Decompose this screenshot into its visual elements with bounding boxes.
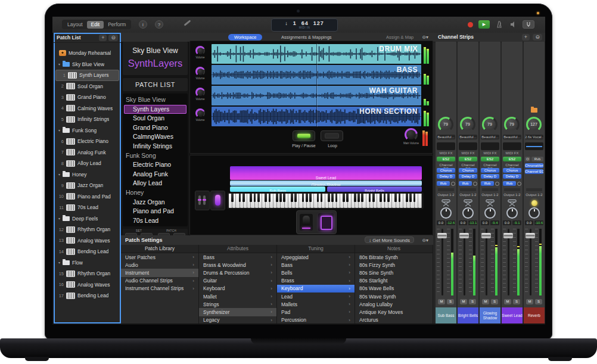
black-key[interactable]: [331, 194, 334, 202]
layout-mode-button[interactable]: Layout: [63, 21, 87, 29]
mod-wheel[interactable]: [215, 195, 220, 206]
drawbar-1[interactable]: [198, 195, 201, 205]
black-key[interactable]: [254, 194, 256, 202]
black-key[interactable]: [279, 194, 282, 202]
library-row-percussion[interactable]: Percussion›: [277, 316, 355, 324]
eq-thumbnail[interactable]: [437, 142, 455, 150]
strip-name[interactable]: Beautiful...: [459, 135, 477, 139]
black-key[interactable]: [346, 194, 349, 202]
black-key[interactable]: [413, 194, 416, 202]
track-volume-knob[interactable]: Volume: [195, 88, 207, 101]
input-button[interactable]: O: [525, 157, 530, 161]
channel-strips-action-menu[interactable]: ⊖: [533, 34, 542, 41]
black-key[interactable]: [276, 194, 278, 202]
black-key[interactable]: [306, 194, 308, 202]
black-key[interactable]: [291, 194, 293, 202]
edit-mode-button[interactable]: Edit: [87, 21, 104, 29]
insert-slot-1[interactable]: Chorus: [459, 168, 477, 173]
black-key[interactable]: [321, 194, 323, 202]
insert-slot-1[interactable]: ChromaVerb: [525, 163, 543, 168]
insert-slot-2[interactable]: Delay D: [459, 174, 477, 179]
black-key[interactable]: [302, 194, 304, 202]
widget-item-70s-lead[interactable]: 70s Lead: [123, 216, 188, 226]
library-row-legacy[interactable]: Legacy›: [199, 316, 276, 324]
sidebar-patch-bending-lead[interactable]: 14Bending Lead: [54, 246, 121, 257]
black-key[interactable]: [269, 194, 271, 202]
level-value[interactable]: -9.4: [490, 220, 499, 225]
strip-level-knob[interactable]: 127: [526, 117, 542, 132]
black-key[interactable]: [231, 194, 234, 202]
sidebar-patch-infinity-strings[interactable]: 5Infinity Strings: [54, 114, 121, 125]
solo-button[interactable]: S: [513, 299, 520, 304]
disclosure-triangle-icon[interactable]: ▾: [58, 62, 60, 66]
black-key[interactable]: [283, 194, 285, 202]
loop-button[interactable]: [321, 130, 343, 141]
insert-slot-2[interactable]: Delay D: [437, 174, 455, 179]
solo-button[interactable]: S: [491, 299, 498, 304]
playhead[interactable]: [316, 43, 317, 127]
library-row-synthesizer[interactable]: Synthesizer›: [199, 308, 276, 316]
black-key[interactable]: [369, 194, 371, 202]
sidebar-patch-analog-waves[interactable]: 13Analog Waves: [54, 235, 121, 247]
disclosure-triangle-icon[interactable]: ▾: [58, 128, 60, 132]
pan-knob[interactable]: [506, 207, 518, 219]
library-row-instrument[interactable]: Instrument›: [121, 269, 198, 276]
black-key[interactable]: [399, 194, 401, 202]
library-row-80s-starlight[interactable]: 80s Starlight: [355, 277, 433, 285]
pan-knob[interactable]: [462, 207, 474, 219]
track-volume-knob[interactable]: Volume: [195, 108, 207, 122]
black-key[interactable]: [380, 194, 382, 202]
eq-thumbnail[interactable]: [459, 142, 477, 150]
tab-assignments-mappings[interactable]: Assignments & Mappings: [275, 34, 338, 41]
insert-slot-2[interactable]: Delay D: [503, 174, 521, 179]
black-key[interactable]: [406, 194, 408, 202]
black-key[interactable]: [394, 194, 397, 202]
play-icon[interactable]: ▶: [478, 20, 490, 29]
widget-item-infinity-strings[interactable]: Infinity Strings: [123, 142, 188, 151]
pan-knob[interactable]: [528, 207, 540, 219]
strip-name[interactable]: Beautiful...: [503, 135, 521, 139]
library-row-user-patches[interactable]: User Patches›: [121, 253, 198, 261]
black-key[interactable]: [239, 194, 241, 202]
patch-settings-action-menu[interactable]: ⊖▾: [422, 238, 428, 243]
library-row-80s-sine-synth[interactable]: 80s Sine Synth: [355, 269, 433, 276]
library-row-bass[interactable]: Bass›: [199, 253, 276, 261]
sidebar-patch-soul-organ[interactable]: 2Soul Organ: [54, 81, 121, 92]
black-key[interactable]: [357, 194, 360, 202]
wrench-icon[interactable]: [184, 20, 191, 26]
sidebar-patch-piano-and-pad[interactable]: 10Piano and Pad: [54, 191, 121, 203]
pan-value[interactable]: 0.0: [503, 220, 511, 225]
pan-knob[interactable]: [484, 207, 496, 219]
library-row-keyboard[interactable]: Keyboard›: [277, 285, 355, 293]
fader-track[interactable]: [508, 229, 509, 295]
widget-item-calmngwaves[interactable]: CalmngWaves: [123, 132, 188, 142]
eq-thumbnail[interactable]: [525, 142, 543, 150]
info-icon[interactable]: i: [139, 20, 147, 29]
send-knob[interactable]: [473, 182, 477, 186]
widget-item-electric-piano[interactable]: Electric Piano: [123, 160, 188, 170]
library-row-drums-percussion[interactable]: Drums & Percussion›: [199, 269, 276, 276]
library-row-audio[interactable]: Audio›: [121, 261, 198, 269]
drawbar-2[interactable]: [203, 195, 206, 205]
instrument-slot[interactable]: ES2: [459, 157, 477, 161]
mute-button[interactable]: M: [460, 299, 467, 304]
fader-handle[interactable]: [503, 233, 513, 238]
solo-button[interactable]: S: [469, 299, 476, 304]
black-key[interactable]: [343, 194, 345, 202]
layer-sub-bass[interactable]: Sub Bass: [230, 186, 325, 192]
black-key[interactable]: [328, 194, 330, 202]
send-slot[interactable]: Rvb: [503, 181, 516, 186]
sustain-pedal[interactable]: [318, 213, 334, 231]
level-value[interactable]: -12.6: [446, 220, 455, 225]
library-row-keyboard[interactable]: Keyboard›: [199, 285, 276, 293]
widget-item-sky-blue-view[interactable]: Sky Blue View: [123, 95, 188, 105]
add-patch-button[interactable]: +: [99, 35, 107, 41]
sidebar-set-flow[interactable]: ▾Flow: [54, 257, 121, 269]
disclosure-triangle-icon[interactable]: ▾: [58, 260, 60, 265]
sidebar-patch-calming-waves[interactable]: 4Calming Waves: [54, 103, 121, 114]
sidebar-patch-70s-lead[interactable]: 1170s Lead: [54, 202, 121, 213]
main-volume-knob[interactable]: Main Volume: [405, 128, 421, 145]
workspace-action-menu[interactable]: ⊖▾: [422, 35, 428, 40]
pan-value[interactable]: 0.0: [481, 220, 489, 225]
disclosure-triangle-icon[interactable]: ▾: [58, 172, 60, 176]
